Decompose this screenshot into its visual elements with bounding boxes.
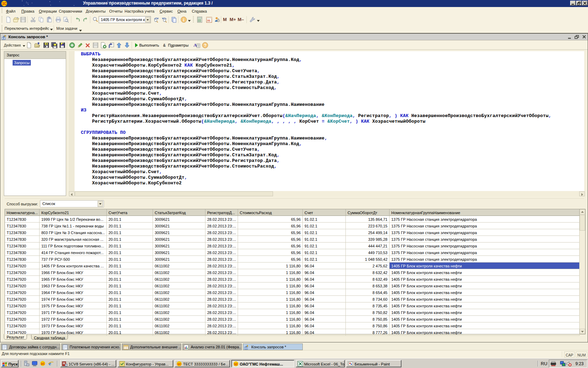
svg-text:A: A	[62, 43, 64, 47]
svg-text:1C: 1C	[41, 362, 45, 366]
svg-text:?: ?	[204, 43, 206, 48]
svg-text:1C: 1C	[177, 362, 182, 366]
svg-text:1C: 1C	[234, 362, 238, 366]
svg-text:1C: 1C	[2, 2, 7, 6]
svg-text:31: 31	[207, 19, 210, 22]
